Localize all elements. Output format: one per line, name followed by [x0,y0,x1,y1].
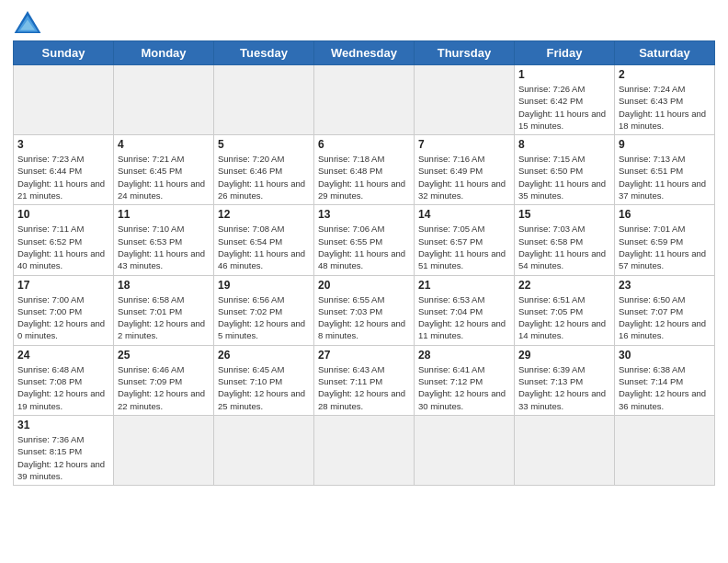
calendar-cell: 28Sunrise: 6:41 AM Sunset: 7:12 PM Dayli… [415,345,515,415]
calendar-cell: 19Sunrise: 6:56 AM Sunset: 7:02 PM Dayli… [214,275,314,345]
day-number: 4 [118,138,210,151]
calendar-cell [615,415,715,485]
calendar-cell: 2Sunrise: 7:24 AM Sunset: 6:43 PM Daylig… [615,65,715,135]
calendar-cell [214,65,314,135]
day-number: 8 [518,138,610,151]
calendar-cell: 17Sunrise: 7:00 AM Sunset: 7:00 PM Dayli… [14,275,114,345]
day-info: Sunrise: 7:08 AM Sunset: 6:54 PM Dayligh… [218,223,310,271]
day-info: Sunrise: 6:39 AM Sunset: 7:13 PM Dayligh… [518,363,610,412]
day-number: 21 [418,279,510,292]
day-number: 9 [619,138,711,151]
calendar-cell: 11Sunrise: 7:10 AM Sunset: 6:53 PM Dayli… [114,205,214,275]
calendar-week-row: 3Sunrise: 7:23 AM Sunset: 6:44 PM Daylig… [14,135,715,205]
calendar-cell: 8Sunrise: 7:15 AM Sunset: 6:50 PM Daylig… [515,135,615,205]
day-info: Sunrise: 7:26 AM Sunset: 6:42 PM Dayligh… [518,83,610,132]
day-info: Sunrise: 7:21 AM Sunset: 6:45 PM Dayligh… [118,153,210,201]
day-info: Sunrise: 7:11 AM Sunset: 6:52 PM Dayligh… [17,223,109,271]
weekday-header-wednesday: Wednesday [314,41,415,65]
calendar-cell [415,65,515,135]
day-number: 25 [118,349,210,362]
day-info: Sunrise: 7:06 AM Sunset: 6:55 PM Dayligh… [318,223,410,271]
weekday-header-monday: Monday [114,41,214,65]
day-number: 20 [318,279,410,292]
weekday-header-sunday: Sunday [14,41,114,65]
day-number: 29 [518,349,610,362]
calendar-cell [14,65,114,135]
logo-icon [13,9,42,35]
calendar-cell [415,415,515,485]
day-number: 7 [418,138,510,151]
calendar-cell: 20Sunrise: 6:55 AM Sunset: 7:03 PM Dayli… [314,275,415,345]
day-number: 10 [17,208,109,221]
day-info: Sunrise: 7:10 AM Sunset: 6:53 PM Dayligh… [118,223,210,271]
calendar-cell: 29Sunrise: 6:39 AM Sunset: 7:13 PM Dayli… [515,345,615,415]
day-number: 11 [118,208,210,221]
day-number: 5 [218,138,310,151]
calendar-cell: 14Sunrise: 7:05 AM Sunset: 6:57 PM Dayli… [415,205,515,275]
day-number: 24 [17,349,109,362]
day-info: Sunrise: 6:53 AM Sunset: 7:04 PM Dayligh… [418,293,510,342]
calendar-cell: 12Sunrise: 7:08 AM Sunset: 6:54 PM Dayli… [214,205,314,275]
day-info: Sunrise: 6:48 AM Sunset: 7:08 PM Dayligh… [17,363,109,412]
day-info: Sunrise: 6:41 AM Sunset: 7:12 PM Dayligh… [418,363,510,412]
calendar-cell: 1Sunrise: 7:26 AM Sunset: 6:42 PM Daylig… [515,65,615,135]
calendar-cell: 30Sunrise: 6:38 AM Sunset: 7:14 PM Dayli… [615,345,715,415]
calendar-cell: 25Sunrise: 6:46 AM Sunset: 7:09 PM Dayli… [114,345,214,415]
day-number: 28 [418,349,510,362]
day-number: 3 [17,138,109,151]
calendar-week-row: 24Sunrise: 6:48 AM Sunset: 7:08 PM Dayli… [14,345,715,415]
weekday-header-thursday: Thursday [415,41,515,65]
day-info: Sunrise: 6:50 AM Sunset: 7:07 PM Dayligh… [619,293,711,342]
calendar-cell: 3Sunrise: 7:23 AM Sunset: 6:44 PM Daylig… [14,135,114,205]
day-number: 22 [518,279,610,292]
day-info: Sunrise: 7:20 AM Sunset: 6:46 PM Dayligh… [218,153,310,201]
calendar-cell: 10Sunrise: 7:11 AM Sunset: 6:52 PM Dayli… [14,205,114,275]
calendar-cell: 9Sunrise: 7:13 AM Sunset: 6:51 PM Daylig… [615,135,715,205]
day-number: 2 [619,68,711,81]
calendar-week-row: 17Sunrise: 7:00 AM Sunset: 7:00 PM Dayli… [14,275,715,345]
day-info: Sunrise: 6:43 AM Sunset: 7:11 PM Dayligh… [318,363,410,412]
day-info: Sunrise: 6:58 AM Sunset: 7:01 PM Dayligh… [118,293,210,342]
day-info: Sunrise: 7:13 AM Sunset: 6:51 PM Dayligh… [619,153,711,201]
day-number: 31 [17,419,109,431]
calendar-cell [214,415,314,485]
day-number: 12 [218,208,310,221]
calendar-week-row: 31Sunrise: 7:36 AM Sunset: 8:15 PM Dayli… [14,415,715,485]
calendar-cell: 18Sunrise: 6:58 AM Sunset: 7:01 PM Dayli… [114,275,214,345]
calendar-cell [314,65,415,135]
day-info: Sunrise: 7:03 AM Sunset: 6:58 PM Dayligh… [518,223,610,271]
calendar-cell: 21Sunrise: 6:53 AM Sunset: 7:04 PM Dayli… [415,275,515,345]
day-number: 27 [318,349,410,362]
header [13,9,715,35]
weekday-header-tuesday: Tuesday [214,41,314,65]
day-number: 16 [619,208,711,221]
calendar-cell: 7Sunrise: 7:16 AM Sunset: 6:49 PM Daylig… [415,135,515,205]
day-number: 26 [218,349,310,362]
day-info: Sunrise: 7:24 AM Sunset: 6:43 PM Dayligh… [619,83,711,132]
day-info: Sunrise: 6:46 AM Sunset: 7:09 PM Dayligh… [118,363,210,412]
day-number: 15 [518,208,610,221]
day-number: 19 [218,279,310,292]
day-number: 6 [318,138,410,151]
day-info: Sunrise: 6:55 AM Sunset: 7:03 PM Dayligh… [318,293,410,342]
day-info: Sunrise: 6:51 AM Sunset: 7:05 PM Dayligh… [518,293,610,342]
calendar-week-row: 10Sunrise: 7:11 AM Sunset: 6:52 PM Dayli… [14,205,715,275]
weekday-header-saturday: Saturday [615,41,715,65]
calendar-cell: 23Sunrise: 6:50 AM Sunset: 7:07 PM Dayli… [615,275,715,345]
calendar-cell [114,415,214,485]
day-number: 30 [619,349,711,362]
calendar-cell [114,65,214,135]
day-number: 1 [518,68,610,81]
day-info: Sunrise: 7:18 AM Sunset: 6:48 PM Dayligh… [318,153,410,201]
calendar-cell [515,415,615,485]
day-number: 13 [318,208,410,221]
day-number: 18 [118,279,210,292]
day-info: Sunrise: 7:23 AM Sunset: 6:44 PM Dayligh… [17,153,109,201]
day-info: Sunrise: 6:56 AM Sunset: 7:02 PM Dayligh… [218,293,310,342]
calendar-cell: 13Sunrise: 7:06 AM Sunset: 6:55 PM Dayli… [314,205,415,275]
day-info: Sunrise: 7:05 AM Sunset: 6:57 PM Dayligh… [418,223,510,271]
calendar-cell: 4Sunrise: 7:21 AM Sunset: 6:45 PM Daylig… [114,135,214,205]
weekday-header-friday: Friday [515,41,615,65]
calendar-cell: 16Sunrise: 7:01 AM Sunset: 6:59 PM Dayli… [615,205,715,275]
calendar-cell: 15Sunrise: 7:03 AM Sunset: 6:58 PM Dayli… [515,205,615,275]
